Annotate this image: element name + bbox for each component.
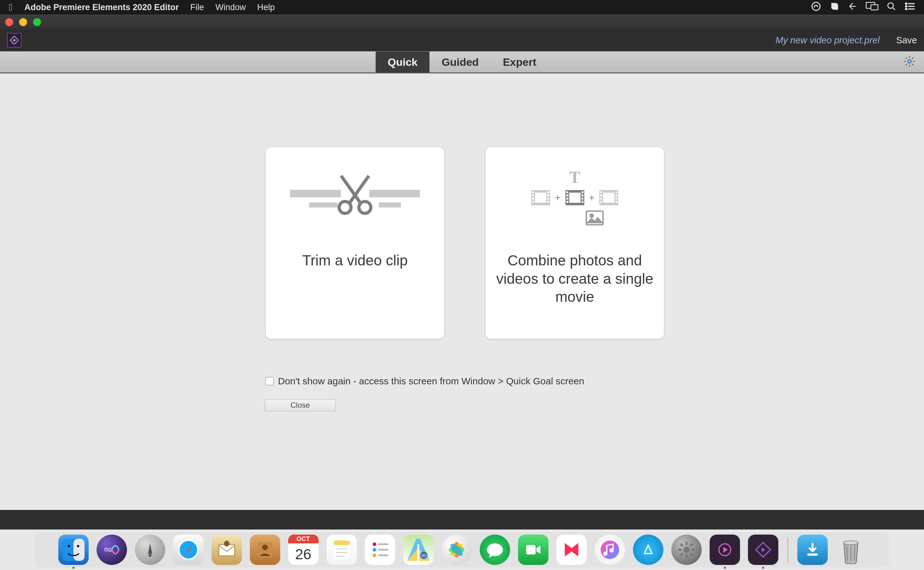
search-icon[interactable] xyxy=(887,2,896,13)
quick-goal-canvas: Trim a video clip T + + xyxy=(0,74,924,510)
svg-rect-88 xyxy=(807,553,818,555)
dock-news-icon[interactable] xyxy=(557,535,587,565)
card-combine-media[interactable]: T + + xyxy=(485,147,664,339)
card-trim-video[interactable]: Trim a video clip xyxy=(265,147,444,339)
svg-rect-23 xyxy=(547,198,549,199)
svg-rect-33 xyxy=(581,198,583,199)
svg-point-6 xyxy=(906,5,907,7)
svg-rect-22 xyxy=(547,195,549,196)
window-minimize-button[interactable] xyxy=(19,18,27,26)
dock-music-icon[interactable] xyxy=(595,535,625,565)
tab-expert[interactable]: Expert xyxy=(491,52,549,72)
dock-notes-icon[interactable] xyxy=(326,535,357,565)
app-footer-bar xyxy=(0,510,924,530)
svg-rect-31 xyxy=(581,192,583,193)
svg-point-4 xyxy=(906,3,907,4)
svg-rect-30 xyxy=(566,201,568,203)
dock-photos-icon[interactable] xyxy=(441,535,472,565)
dont-show-again-checkbox[interactable] xyxy=(265,377,274,385)
svg-point-13 xyxy=(339,201,351,213)
svg-rect-43 xyxy=(616,198,618,199)
svg-line-84 xyxy=(690,544,692,546)
svg-text:3D: 3D xyxy=(421,553,427,558)
dock-appstore-icon[interactable] xyxy=(633,535,663,565)
app-title-bar: My new video project.prel Save xyxy=(0,29,924,51)
svg-point-8 xyxy=(906,8,907,9)
mode-tab-row: Quick Guided Expert xyxy=(0,51,924,74)
dock-contacts-icon[interactable] xyxy=(250,535,280,565)
svg-point-50 xyxy=(77,545,79,547)
svg-rect-48 xyxy=(74,539,85,561)
dock-reminders-icon[interactable] xyxy=(365,535,395,565)
dock-finder-icon[interactable] xyxy=(58,535,89,565)
dock-launchpad-icon[interactable] xyxy=(135,535,165,565)
dock-premiere-elements-editor-icon[interactable] xyxy=(748,535,778,565)
svg-point-63 xyxy=(372,542,376,546)
dock-separator xyxy=(787,537,788,562)
svg-rect-39 xyxy=(600,198,602,199)
text-tool-icon: T xyxy=(569,168,580,187)
svg-rect-68 xyxy=(378,554,388,556)
menubar-app-name[interactable]: Adobe Premiere Elements 2020 Editor xyxy=(25,3,179,12)
dock-messages-icon[interactable] xyxy=(480,535,510,565)
svg-rect-59 xyxy=(333,540,350,545)
menu-help[interactable]: Help xyxy=(257,3,275,12)
filmstrip-icon xyxy=(600,190,618,205)
dock-downloads-icon[interactable] xyxy=(797,535,828,565)
svg-line-83 xyxy=(690,553,692,556)
dock-trash-icon[interactable] xyxy=(836,535,866,565)
svg-rect-75 xyxy=(526,545,535,555)
dock-mail-icon[interactable] xyxy=(212,535,242,565)
window-close-button[interactable] xyxy=(5,18,13,26)
dock-system-preferences-icon[interactable] xyxy=(671,535,702,565)
svg-line-92 xyxy=(854,545,855,561)
filmstrip-icon xyxy=(565,190,584,205)
svg-point-65 xyxy=(372,548,376,552)
premiere-elements-logo-icon[interactable] xyxy=(7,33,22,48)
svg-point-57 xyxy=(262,544,268,550)
dock-premiere-elements-app-icon[interactable] xyxy=(710,535,740,565)
svg-rect-38 xyxy=(600,195,602,196)
menu-file[interactable]: File xyxy=(190,3,204,12)
svg-rect-24 xyxy=(547,201,549,203)
svg-point-12 xyxy=(908,60,911,63)
save-button[interactable]: Save xyxy=(896,35,917,46)
dock-siri-icon[interactable] xyxy=(97,535,127,565)
close-button[interactable]: Close xyxy=(265,399,336,411)
menubar-status-icons xyxy=(811,1,915,14)
control-center-icon[interactable] xyxy=(904,2,915,13)
svg-rect-17 xyxy=(532,192,534,193)
dock-calendar-icon[interactable]: OCT 26 xyxy=(288,535,318,565)
svg-point-11 xyxy=(14,40,15,41)
svg-point-3 xyxy=(888,3,893,8)
combine-card-caption: Combine photos and videos to create a si… xyxy=(486,251,664,306)
traffic-lights xyxy=(5,18,41,26)
tab-guided[interactable]: Guided xyxy=(430,52,491,72)
notification-center-icon[interactable] xyxy=(830,1,840,14)
svg-rect-64 xyxy=(378,543,388,545)
dock-facetime-icon[interactable] xyxy=(518,535,549,565)
macos-menubar:  Adobe Premiere Elements 2020 Editor Fi… xyxy=(0,0,924,15)
svg-rect-20 xyxy=(532,201,534,203)
svg-rect-37 xyxy=(600,192,602,193)
apple-menu-icon[interactable]:  xyxy=(9,2,12,13)
spotlight-arrow-icon[interactable] xyxy=(848,2,858,13)
plus-icon: + xyxy=(555,192,561,204)
calendar-month-label: OCT xyxy=(288,535,318,544)
window-chrome xyxy=(0,15,924,29)
menu-window[interactable]: Window xyxy=(215,3,246,12)
svg-rect-41 xyxy=(616,192,618,193)
dock-maps-icon[interactable]: 3D xyxy=(403,535,434,565)
dont-show-again-row[interactable]: Don't show again - access this screen fr… xyxy=(265,376,584,386)
svg-rect-44 xyxy=(616,201,618,203)
svg-rect-29 xyxy=(566,198,568,199)
dock-safari-icon[interactable] xyxy=(173,535,204,565)
svg-point-51 xyxy=(149,554,151,557)
svg-rect-36 xyxy=(603,193,615,203)
screen-mirroring-icon[interactable] xyxy=(866,2,878,13)
window-zoom-button[interactable] xyxy=(33,18,41,26)
settings-gear-icon[interactable] xyxy=(903,55,916,69)
tab-quick[interactable]: Quick xyxy=(375,52,429,72)
svg-rect-16 xyxy=(535,193,546,203)
creative-cloud-icon[interactable] xyxy=(811,1,821,14)
